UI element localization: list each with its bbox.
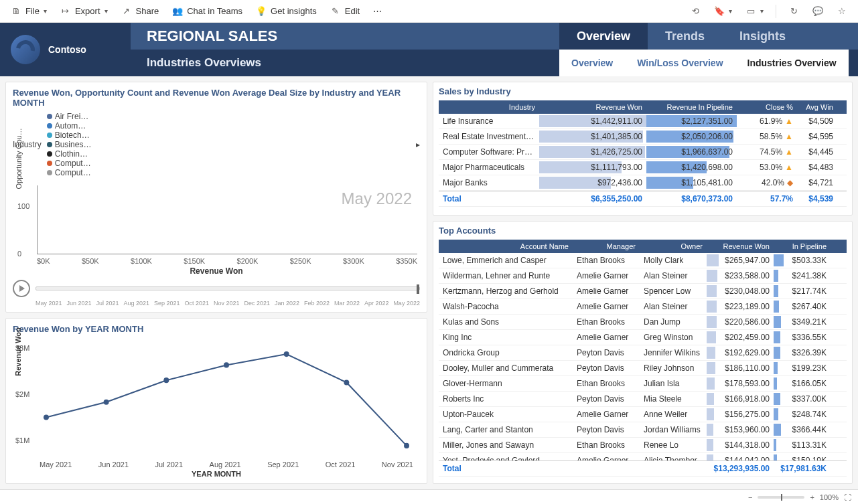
table-row[interactable]: Major Pharmaceuticals$1,111,793.00$1,420… — [439, 160, 847, 175]
zoom-slider[interactable] — [758, 496, 804, 499]
line-y-tick: $2M — [15, 390, 29, 398]
col-in-pipeline[interactable]: In Pipeline — [774, 240, 831, 253]
table-row[interactable]: Yost, Predovic and GaylordAmelie GarnerA… — [439, 453, 847, 460]
scatter-legend: Industry Air Frei…Autom…Biotech…Busines…… — [13, 112, 420, 177]
reset-icon: ⟲ — [690, 6, 701, 17]
legend-item[interactable]: Clothin… — [47, 149, 92, 159]
table-row[interactable]: Computer Software: Progra…$1,426,725.00$… — [439, 145, 847, 160]
accounts-total-row: Total $13,293,935.00 $17,981.63K — [439, 460, 847, 477]
subtab-industries-overview[interactable]: Industries Overview — [735, 50, 849, 76]
fit-page-button[interactable]: ⛶ — [844, 493, 851, 501]
share-icon: ↗ — [121, 6, 132, 17]
favorite-button[interactable]: ☆ — [831, 3, 853, 19]
legend-item[interactable]: Comput… — [47, 159, 92, 168]
line-title: Revenue Won by YEAR MONTH — [13, 324, 420, 334]
tab-overview[interactable]: Overview — [559, 23, 648, 50]
table-row[interactable]: Roberts IncPeyton DavisMia Steele$166,91… — [439, 392, 847, 407]
table-row[interactable]: Real Estate Investment Trusts$1,401,385.… — [439, 129, 847, 145]
scatter-y-tick: 0 — [17, 250, 21, 258]
reset-button[interactable]: ⟲ — [685, 3, 706, 19]
subtab-win-loss-overview[interactable]: Win/Loss Overview — [625, 50, 735, 76]
legend-scroll-right[interactable]: ▸ — [416, 140, 420, 149]
legend-item[interactable]: Air Frei… — [47, 112, 92, 121]
tab-insights[interactable]: Insights — [722, 23, 803, 50]
table-row[interactable]: Life Insurance$1,442,911.00$2,127,351.00… — [439, 114, 847, 129]
industry-title: Sales by Industry — [439, 86, 847, 96]
col-manager[interactable]: Manager — [573, 240, 640, 253]
scatter-title: Revenue Won, Opportunity Count and Reven… — [13, 88, 420, 108]
share-button[interactable]: ↗ Share — [116, 3, 165, 19]
export-icon: ↦ — [60, 6, 71, 17]
table-row[interactable]: Walsh-PacochaAmelie GarnerAlan Steiner$2… — [439, 299, 847, 315]
table-row[interactable]: Lowe, Emmerich and CasperEthan BrooksMol… — [439, 253, 847, 268]
share-label: Share — [136, 6, 159, 16]
col-revenue-pipeline[interactable]: Revenue In Pipeline — [646, 100, 737, 114]
table-row[interactable]: Wilderman, Lehner and RunteAmelie Garner… — [439, 268, 847, 284]
svg-point-2 — [163, 377, 169, 383]
play-button[interactable] — [13, 280, 30, 297]
refresh-button[interactable]: ↻ — [783, 3, 804, 19]
col-industry[interactable]: Industry — [439, 100, 539, 114]
brand-logo — [11, 35, 40, 64]
tab-trends[interactable]: Trends — [648, 23, 722, 50]
edit-button[interactable]: ✎ Edit — [325, 3, 365, 19]
svg-point-5 — [344, 380, 349, 385]
subtab-overview[interactable]: Overview — [559, 50, 625, 76]
time-slider[interactable] — [35, 286, 420, 290]
line-x-axis-label: YEAR MONTH — [13, 470, 420, 478]
table-row[interactable]: King IncAmelie GarnerGreg Winston$202,45… — [439, 330, 847, 345]
table-row[interactable]: Dooley, Muller and CummerataPeyton Davis… — [439, 361, 847, 376]
table-row[interactable]: Glover-HermannEthan BrooksJulian Isla$17… — [439, 376, 847, 392]
zoom-out-button[interactable]: − — [748, 493, 752, 501]
chat-teams-button[interactable]: 👥 Chat in Teams — [167, 3, 248, 19]
table-row[interactable]: Kulas and SonsEthan BrooksDan Jump$220,5… — [439, 315, 847, 330]
svg-point-4 — [284, 351, 289, 357]
col-account-name[interactable]: Account Name — [439, 240, 573, 253]
view-icon: ▭ — [745, 6, 756, 17]
zoom-in-button[interactable]: + — [810, 493, 814, 501]
col-close-pct[interactable]: Close % — [737, 100, 797, 114]
file-menu[interactable]: 🗎 File ▾ — [5, 3, 52, 19]
table-row[interactable]: Miller, Jones and SawaynEthan BrooksRene… — [439, 438, 847, 453]
table-row[interactable]: Ondricka GroupPeyton DavisJennifer Wilki… — [439, 345, 847, 361]
report-title: REGIONAL SALES — [131, 27, 559, 45]
scatter-plot-area[interactable]: May 2022 Opportunity Cou… 100 0 — [37, 185, 417, 254]
line-x-ticks: May 2021Jun 2021Jul 2021Aug 2021Sep 2021… — [40, 460, 413, 469]
view-menu[interactable]: ▭▾ — [740, 3, 769, 19]
industry-card[interactable]: Sales by Industry Industry Revenue Won R… — [433, 82, 853, 216]
table-row[interactable]: Kertzmann, Herzog and GerholdAmelie Garn… — [439, 284, 847, 299]
comment-button[interactable]: 💬 — [807, 3, 829, 19]
scatter-card[interactable]: Revenue Won, Opportunity Count and Reven… — [5, 82, 427, 313]
legend-item[interactable]: Busines… — [47, 140, 92, 149]
industry-body: Life Insurance$1,442,911.00$2,127,351.00… — [439, 114, 847, 191]
line-plot-area[interactable]: Revenue Won $3M $2M $1M — [40, 342, 413, 458]
refresh-icon: ↻ — [788, 6, 799, 17]
legend-item[interactable]: Comput… — [47, 168, 92, 177]
col-owner[interactable]: Owner — [640, 240, 707, 253]
export-menu[interactable]: ↦ Export ▾ — [55, 3, 113, 19]
table-row[interactable]: Lang, Carter and StantonPeyton DavisJord… — [439, 422, 847, 438]
export-label: Export — [75, 6, 100, 16]
accounts-card[interactable]: Top Accounts Account Name Manager Owner … — [433, 221, 853, 484]
table-row[interactable]: Major Banks$972,436.00$1,105,481.0042.0%… — [439, 175, 847, 191]
accounts-header-row: Account Name Manager Owner Revenue Won I… — [439, 240, 847, 253]
get-insights-button[interactable]: 💡 Get insights — [251, 3, 322, 19]
svg-point-6 — [404, 443, 409, 448]
col-revenue-won[interactable]: Revenue Won — [539, 100, 646, 114]
legend-item[interactable]: Autom… — [47, 121, 92, 131]
report-subtitle: Industries Overviews — [131, 56, 559, 70]
insights-label: Get insights — [271, 6, 317, 16]
accounts-title: Top Accounts — [439, 226, 847, 236]
table-row[interactable]: Upton-PaucekAmelie GarnerAnne Weiler$156… — [439, 407, 847, 422]
more-menu[interactable]: ⋯ — [368, 3, 387, 19]
primary-tabs: OverviewTrendsInsights — [559, 23, 803, 50]
col-avg-win[interactable]: Avg Win — [797, 100, 837, 114]
col-revenue-won[interactable]: Revenue Won — [707, 240, 774, 253]
slider-ticks: May 2021Jun 2021Jul 2021Aug 2021Sep 2021… — [35, 300, 420, 307]
line-card[interactable]: Revenue Won by YEAR MONTH Revenue Won $3… — [5, 318, 427, 484]
bookmark-menu[interactable]: 🔖▾ — [709, 3, 737, 19]
comment-icon: 💬 — [812, 6, 823, 17]
star-icon: ☆ — [837, 6, 847, 17]
legend-item[interactable]: Biotech… — [47, 131, 92, 140]
bookmark-icon: 🔖 — [714, 6, 725, 17]
